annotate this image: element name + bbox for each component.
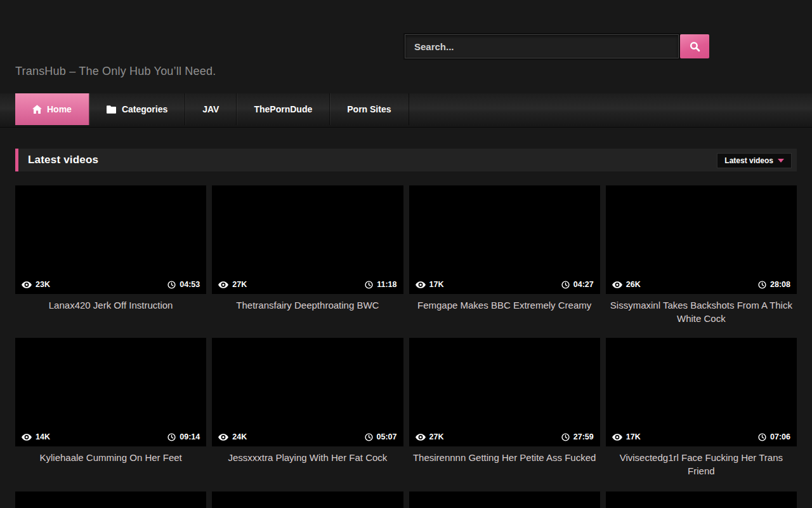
eye-icon: [416, 281, 426, 288]
video-title[interactable]: Lanax420 Jerk Off Instruction: [15, 298, 206, 325]
site-tagline: TransHub – The Only Hub You’ll Need.: [15, 65, 216, 78]
duration-value: 28:08: [770, 280, 790, 289]
video-title[interactable]: Jessxxxtra Playing With Her Fat Cock: [212, 451, 403, 478]
clock-icon: [365, 281, 373, 289]
duration-stat: 07:06: [758, 432, 790, 441]
clock-icon: [365, 433, 373, 441]
video-title[interactable]: Thesirennnn Getting Her Petite Ass Fucke…: [409, 451, 600, 478]
views-stat: 17K: [416, 280, 444, 289]
home-icon: [32, 105, 42, 114]
video-grid: 23K 04:53 Lanax420 Jerk Off Instruction: [15, 185, 797, 478]
search-button[interactable]: [680, 34, 709, 58]
nav-item-theporndude[interactable]: ThePornDude: [237, 93, 330, 125]
views-stat: 23K: [22, 280, 50, 289]
clock-icon: [167, 281, 176, 289]
magnifier-icon: [689, 41, 701, 53]
views-stat: 26K: [612, 280, 641, 289]
video-card[interactable]: 26K 28:08 Sissymaxinl Takes Backshots Fr…: [606, 185, 797, 325]
video-thumbnail[interactable]: 17K 07:06: [606, 338, 797, 446]
nav-item-home[interactable]: Home: [15, 93, 89, 125]
duration-value: 04:27: [573, 280, 594, 289]
eye-icon: [22, 434, 32, 441]
clock-icon: [758, 281, 766, 289]
video-thumbnail[interactable]: [15, 491, 206, 508]
views-stat: 27K: [416, 432, 444, 441]
nav-item-label: Categories: [122, 104, 167, 114]
video-card[interactable]: 17K 07:06 Vivisectedg1rl Face Fucking He…: [606, 338, 797, 478]
caret-down-icon: [778, 159, 784, 163]
eye-icon: [218, 434, 228, 441]
main-navigation: HomeCategoriesJAVThePornDudePorn Sites: [0, 93, 812, 128]
section-title: Latest videos: [28, 154, 98, 166]
search-input[interactable]: [405, 34, 679, 58]
nav-item-label: ThePornDude: [254, 104, 312, 114]
section-header: Latest videos Latest videos: [15, 149, 797, 171]
nav-item-porn-sites[interactable]: Porn Sites: [330, 93, 409, 125]
video-thumbnail[interactable]: [606, 491, 797, 508]
video-card[interactable]: 17K 04:27 Femgape Makes BBC Extremely Cr…: [409, 185, 600, 325]
views-stat: 14K: [22, 432, 50, 441]
duration-value: 07:06: [770, 432, 790, 441]
views-count: 26K: [626, 280, 641, 289]
video-stats-bar: 26K 28:08: [606, 275, 797, 294]
video-thumbnail[interactable]: 17K 04:27: [409, 185, 600, 294]
video-stats-bar: 17K 07:06: [606, 427, 797, 446]
video-thumbnail[interactable]: 23K 04:53: [15, 185, 206, 294]
duration-stat: 28:08: [758, 280, 790, 289]
video-thumbnail[interactable]: [212, 491, 403, 508]
views-count: 17K: [626, 432, 641, 441]
eye-icon: [218, 281, 228, 288]
video-thumbnail[interactable]: 24K 05:07: [212, 338, 403, 446]
video-title[interactable]: Kyliehaale Cumming On Her Feet: [15, 451, 206, 478]
video-card[interactable]: 14K 09:14 Kyliehaale Cumming On Her Feet: [15, 338, 206, 478]
video-stats-bar: 14K 09:14: [15, 427, 206, 446]
video-card[interactable]: 23K 04:53 Lanax420 Jerk Off Instruction: [15, 185, 206, 325]
duration-value: 11:18: [377, 280, 396, 289]
folder-icon: [107, 105, 117, 114]
clock-icon: [561, 433, 570, 441]
duration-value: 27:59: [573, 432, 594, 441]
video-title[interactable]: Sissymaxinl Takes Backshots From A Thick…: [606, 298, 797, 325]
video-thumbnail[interactable]: 14K 09:14: [15, 338, 206, 446]
video-thumbnail[interactable]: 27K 11:18: [212, 185, 403, 294]
video-card[interactable]: 27K 11:18 Thetransfairy Deepthroating BW…: [212, 185, 403, 325]
video-title[interactable]: Femgape Makes BBC Extremely Creamy: [409, 298, 600, 325]
video-thumbnail[interactable]: [409, 491, 600, 508]
sort-dropdown-label: Latest videos: [724, 156, 773, 165]
views-stat: 24K: [218, 432, 247, 441]
duration-stat: 05:07: [365, 432, 397, 441]
video-thumbnail[interactable]: 26K 28:08: [606, 185, 797, 294]
video-grid-partial-row: [15, 491, 797, 508]
video-title[interactable]: Thetransfairy Deepthroating BWC: [212, 298, 403, 325]
views-stat: 17K: [612, 432, 641, 441]
duration-value: 04:53: [180, 280, 200, 289]
nav-item-jav[interactable]: JAV: [185, 93, 237, 125]
video-title[interactable]: Vivisectedg1rl Face Fucking Her Trans Fr…: [606, 451, 797, 478]
eye-icon: [22, 281, 32, 288]
video-stats-bar: 23K 04:53: [15, 275, 206, 294]
video-card[interactable]: 27K 27:59 Thesirennnn Getting Her Petite…: [409, 338, 600, 478]
duration-stat: 27:59: [561, 432, 594, 441]
views-count: 27K: [429, 432, 444, 441]
nav-item-label: Home: [47, 104, 72, 114]
sort-dropdown[interactable]: Latest videos: [717, 153, 792, 168]
clock-icon: [167, 433, 176, 441]
views-count: 27K: [232, 280, 247, 289]
duration-value: 09:14: [180, 432, 200, 441]
eye-icon: [612, 281, 622, 288]
nav-item-categories[interactable]: Categories: [89, 93, 185, 125]
video-stats-bar: 27K 11:18: [212, 275, 403, 294]
clock-icon: [758, 433, 766, 441]
video-thumbnail[interactable]: 27K 27:59: [409, 338, 600, 446]
nav-item-label: Porn Sites: [347, 104, 391, 114]
eye-icon: [612, 434, 622, 441]
search-bar: [405, 34, 709, 58]
video-card[interactable]: 24K 05:07 Jessxxxtra Playing With Her Fa…: [212, 338, 403, 478]
video-stats-bar: 24K 05:07: [212, 427, 403, 446]
duration-stat: 04:27: [561, 280, 594, 289]
views-count: 24K: [232, 432, 247, 441]
views-count: 17K: [429, 280, 444, 289]
duration-stat: 09:14: [167, 432, 200, 441]
duration-stat: 04:53: [167, 280, 200, 289]
top-header: TransHub – The Only Hub You’ll Need.: [0, 0, 812, 93]
